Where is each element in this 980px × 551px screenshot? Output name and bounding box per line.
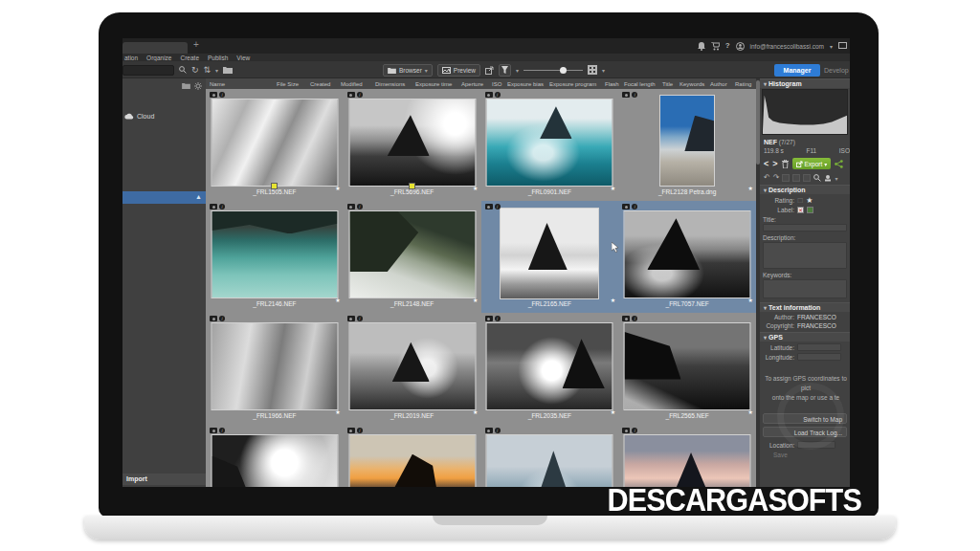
thumbnail-cell-selected[interactable]: _FRL2165.NEF	[481, 201, 619, 313]
photo-thumbnail[interactable]	[211, 322, 338, 410]
column-exposure-program[interactable]: Exposure program	[546, 81, 601, 87]
menu-item-organize[interactable]: Organize	[146, 55, 171, 61]
thumbnail-cell[interactable]	[481, 425, 619, 487]
rating-box-icon[interactable]	[797, 197, 803, 205]
photo-thumbnail[interactable]	[211, 434, 338, 487]
column-iso[interactable]: ISO	[488, 81, 503, 87]
photo-thumbnail[interactable]	[486, 434, 613, 487]
sort-icon[interactable]: ⇅	[204, 66, 212, 75]
rating-star-icon[interactable]	[748, 185, 753, 191]
thumbnail-size-slider[interactable]	[523, 70, 583, 71]
window-icon[interactable]	[838, 42, 847, 50]
active-tab[interactable]	[122, 42, 188, 54]
menu-item-create[interactable]: Create	[180, 55, 199, 61]
title-input[interactable]	[763, 224, 847, 231]
rating-star-icon[interactable]	[335, 185, 340, 191]
photo-thumbnail[interactable]	[486, 322, 613, 410]
thumbnail-cell[interactable]: _FRL2146.NEF	[206, 201, 344, 313]
column-focal-length[interactable]: Focal length	[620, 81, 658, 87]
photo-thumbnail[interactable]	[659, 95, 715, 187]
info-icon[interactable]	[357, 428, 363, 433]
preview-mode-button[interactable]: Preview	[437, 64, 480, 77]
thumbnail-cell-selected[interactable]: _FRL7057.NEF	[618, 201, 756, 313]
info-icon[interactable]	[495, 204, 501, 209]
info-icon[interactable]	[219, 428, 225, 433]
column-dimensions[interactable]: Dimensions	[371, 81, 412, 87]
browser-mode-button[interactable]: Browser	[383, 64, 433, 77]
photo-thumbnail[interactable]	[348, 322, 476, 410]
thumbnail-cell[interactable]	[618, 425, 756, 487]
filter-button[interactable]	[499, 64, 511, 77]
manager-tab[interactable]: Manager	[774, 64, 820, 77]
label-green-swatch[interactable]	[807, 207, 813, 213]
thumbnail-cell[interactable]	[344, 425, 481, 487]
sidebar-item-selected-drive[interactable]: ▲	[122, 191, 206, 204]
column-exposure-bias[interactable]: Exposure bias	[503, 81, 546, 87]
latitude-input[interactable]	[797, 343, 841, 351]
author-value[interactable]: FRANCESCO	[797, 314, 836, 320]
column-keywords[interactable]: Keywords	[676, 81, 706, 87]
thumbnail-cell[interactable]: _FRL2148.NEF	[344, 201, 481, 313]
rating-star-icon[interactable]	[611, 297, 615, 303]
thumbnail-cell[interactable]	[206, 425, 344, 487]
share-icon[interactable]	[835, 160, 843, 168]
keywords-input[interactable]	[763, 279, 847, 298]
thumbnail-cell[interactable]: _FRL2565.NEF	[618, 313, 756, 425]
menu-item-view[interactable]: View	[236, 55, 250, 61]
rating-star-icon[interactable]	[748, 297, 753, 303]
eject-icon[interactable]: ▲	[195, 193, 202, 200]
gear-icon[interactable]	[194, 82, 202, 90]
info-icon[interactable]	[357, 204, 363, 209]
photo-thumbnail[interactable]	[500, 208, 599, 299]
photo-thumbnail[interactable]	[624, 322, 751, 410]
open-external-icon[interactable]	[485, 66, 494, 75]
help-icon[interactable]: ?	[725, 42, 730, 50]
menu-item-publish[interactable]: Publish	[208, 55, 228, 61]
photo-thumbnail[interactable]	[348, 99, 476, 187]
next-photo-button[interactable]: >	[772, 159, 777, 168]
thumbnail-cell[interactable]: _FRL2019.NEF	[344, 313, 481, 425]
account-email[interactable]: info@francescolibassi.com	[750, 43, 824, 50]
label-none-swatch[interactable]	[797, 207, 804, 213]
column-file-size[interactable]: File Size	[273, 81, 306, 87]
slider-knob[interactable]	[560, 67, 567, 74]
add-folder-icon[interactable]	[182, 82, 190, 89]
photo-thumbnail[interactable]	[211, 210, 338, 298]
sidebar-item-cloud[interactable]: Cloud	[124, 113, 154, 120]
longitude-input[interactable]	[797, 353, 841, 361]
info-icon[interactable]	[219, 92, 225, 98]
chevron-down-icon[interactable]	[830, 43, 833, 50]
stamp-icon[interactable]	[824, 174, 832, 182]
info-icon[interactable]	[495, 316, 501, 321]
photo-thumbnail[interactable]	[624, 210, 751, 298]
rating-star-icon[interactable]	[335, 408, 340, 415]
thumbnail-cell[interactable]: _FRL5696.NEF	[344, 89, 481, 201]
thumbnail-cell[interactable]: _FRL1505.NEF	[206, 89, 344, 201]
column-modified[interactable]: Modified	[337, 81, 371, 87]
info-icon[interactable]	[495, 92, 501, 98]
info-icon[interactable]	[357, 92, 363, 98]
thumbnail-cell[interactable]: _FRL1966.NEF	[206, 313, 344, 425]
photo-thumbnail[interactable]	[348, 210, 476, 298]
info-icon[interactable]	[632, 92, 637, 98]
refresh-icon[interactable]: ↻	[191, 66, 199, 75]
thumbnail-cell[interactable]: _FRL2128 Petra.dng	[618, 89, 756, 201]
text-info-section-header[interactable]: ▾Text information	[760, 302, 850, 312]
rotate-right-icon[interactable]: ↷	[773, 174, 780, 182]
info-icon[interactable]	[632, 204, 637, 209]
column-flash[interactable]: Flash	[601, 81, 620, 87]
chevron-down-icon[interactable]	[215, 67, 218, 74]
zoom-icon[interactable]	[813, 174, 821, 182]
description-section-header[interactable]: ▾Description	[760, 185, 850, 194]
trash-icon[interactable]	[782, 160, 789, 168]
export-button[interactable]: Export	[792, 158, 832, 169]
search-input[interactable]	[122, 65, 174, 76]
info-icon[interactable]	[632, 428, 637, 433]
column-aperture[interactable]: Aperture	[457, 81, 488, 87]
photo-thumbnail[interactable]	[211, 99, 338, 187]
rating-star-icon[interactable]	[611, 185, 615, 191]
info-icon[interactable]	[219, 204, 225, 209]
rating-star-icon[interactable]	[473, 408, 478, 415]
info-icon[interactable]	[219, 316, 225, 321]
thumbnail-cell[interactable]: _FRL2035.NEF	[481, 313, 619, 425]
